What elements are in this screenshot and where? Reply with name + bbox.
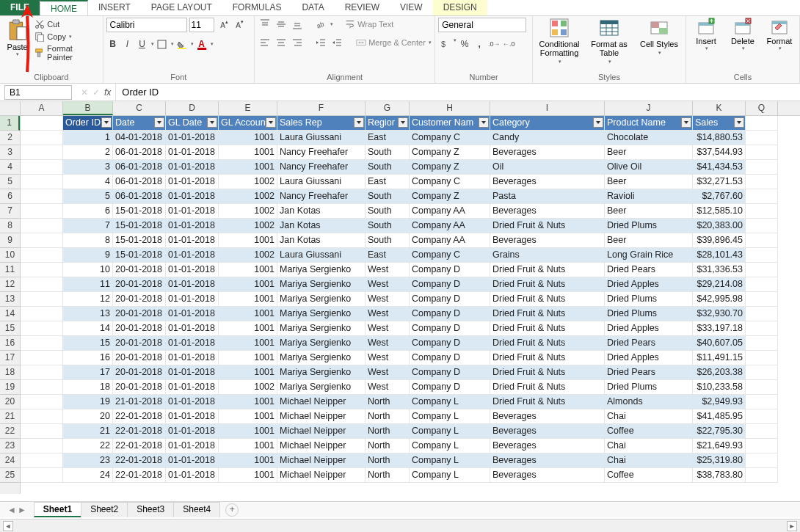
orientation-button[interactable]: ab bbox=[313, 18, 328, 31]
table-cell[interactable]: 9 bbox=[63, 248, 113, 263]
table-cell[interactable]: Dried Pears bbox=[605, 365, 693, 380]
table-cell[interactable]: East bbox=[366, 131, 410, 145]
row-header[interactable]: 18 bbox=[0, 365, 20, 380]
sheet-tab[interactable]: Sheet2 bbox=[81, 502, 128, 517]
cell[interactable] bbox=[746, 277, 778, 292]
cell[interactable] bbox=[21, 380, 63, 395]
table-cell[interactable]: 15-01-2018 bbox=[113, 248, 166, 263]
table-cell[interactable]: 1001 bbox=[219, 439, 277, 453]
wrap-text-button[interactable]: Wrap Text bbox=[345, 19, 393, 29]
cell[interactable] bbox=[21, 189, 63, 204]
table-cell[interactable]: 20-01-2018 bbox=[113, 365, 166, 380]
table-header-cell[interactable]: Date bbox=[113, 116, 166, 131]
table-cell[interactable]: Dried Fruit & Nuts bbox=[490, 395, 605, 409]
row-header[interactable]: 23 bbox=[0, 439, 20, 453]
table-cell[interactable]: $22,795.30 bbox=[693, 424, 746, 439]
table-cell[interactable]: Chai bbox=[605, 439, 693, 453]
formula-input[interactable] bbox=[116, 85, 800, 99]
table-cell[interactable]: 01-01-2018 bbox=[166, 277, 219, 292]
table-cell[interactable]: 1001 bbox=[219, 424, 277, 439]
table-cell[interactable]: Mariya Sergienko bbox=[277, 292, 366, 307]
table-cell[interactable]: Company C bbox=[410, 131, 490, 145]
cell[interactable] bbox=[746, 468, 778, 483]
table-cell[interactable]: 01-01-2018 bbox=[166, 248, 219, 263]
table-cell[interactable]: Olive Oil bbox=[605, 160, 693, 175]
table-cell[interactable]: Nancy Freehafer bbox=[277, 189, 366, 204]
table-cell[interactable]: Beverages bbox=[490, 409, 605, 424]
table-cell[interactable]: 15-01-2018 bbox=[113, 204, 166, 219]
table-cell[interactable]: West bbox=[366, 277, 410, 292]
cell[interactable] bbox=[21, 321, 63, 336]
sheet-nav-prev-icon[interactable]: ◄ bbox=[7, 505, 16, 515]
row-header[interactable]: 9 bbox=[0, 233, 20, 248]
table-cell[interactable]: 22-01-2018 bbox=[113, 468, 166, 483]
table-cell[interactable]: $33,197.18 bbox=[693, 321, 746, 336]
table-cell[interactable]: Ravioli bbox=[605, 189, 693, 204]
table-cell[interactable]: Company Z bbox=[410, 145, 490, 160]
table-cell[interactable]: Dried Fruit & Nuts bbox=[490, 219, 605, 233]
table-header-cell[interactable]: Category bbox=[490, 116, 605, 131]
filter-dropdown-button[interactable] bbox=[101, 117, 112, 128]
table-cell[interactable]: 20-01-2018 bbox=[113, 263, 166, 277]
cell[interactable] bbox=[21, 116, 63, 131]
table-cell[interactable]: 01-01-2018 bbox=[166, 468, 219, 483]
enter-formula-icon[interactable]: ✓ bbox=[92, 87, 100, 98]
row-header[interactable]: 10 bbox=[0, 248, 20, 263]
cell[interactable] bbox=[746, 219, 778, 233]
table-cell[interactable]: West bbox=[366, 292, 410, 307]
table-cell[interactable]: Company D bbox=[410, 365, 490, 380]
table-cell[interactable]: 1001 bbox=[219, 233, 277, 248]
table-cell[interactable]: Company C bbox=[410, 175, 490, 189]
table-header-cell[interactable]: GL Date bbox=[166, 116, 219, 131]
table-cell[interactable]: Mariya Sergienko bbox=[277, 321, 366, 336]
table-cell[interactable]: 15-01-2018 bbox=[113, 219, 166, 233]
table-cell[interactable]: West bbox=[366, 263, 410, 277]
table-cell[interactable]: Laura Giussani bbox=[277, 248, 366, 263]
table-cell[interactable]: 20-01-2018 bbox=[113, 307, 166, 321]
tab-data[interactable]: DATA bbox=[291, 0, 334, 15]
table-cell[interactable]: 21 bbox=[63, 424, 113, 439]
table-cell[interactable]: Mariya Sergienko bbox=[277, 365, 366, 380]
table-cell[interactable]: 22-01-2018 bbox=[113, 453, 166, 468]
table-cell[interactable]: Michael Neipper bbox=[277, 395, 366, 409]
column-header[interactable]: F bbox=[277, 101, 366, 115]
table-cell[interactable]: 1001 bbox=[219, 453, 277, 468]
cell[interactable] bbox=[746, 292, 778, 307]
table-header-cell[interactable]: GL Accoun bbox=[219, 116, 277, 131]
row-header[interactable]: 8 bbox=[0, 219, 20, 233]
decrease-font-button[interactable]: A▾ bbox=[232, 18, 245, 32]
row-header[interactable]: 12 bbox=[0, 277, 20, 292]
table-cell[interactable]: Beverages bbox=[490, 424, 605, 439]
cell[interactable] bbox=[21, 351, 63, 365]
table-cell[interactable]: 22 bbox=[63, 439, 113, 453]
table-cell[interactable]: South bbox=[366, 219, 410, 233]
cell[interactable] bbox=[746, 409, 778, 424]
sheet-tab[interactable]: Sheet3 bbox=[127, 502, 174, 517]
font-color-button[interactable]: A bbox=[195, 37, 208, 51]
cell[interactable] bbox=[746, 365, 778, 380]
filter-dropdown-button[interactable] bbox=[398, 117, 408, 128]
cell[interactable] bbox=[21, 424, 63, 439]
select-all-corner[interactable] bbox=[0, 101, 21, 115]
row-header[interactable]: 21 bbox=[0, 409, 20, 424]
table-cell[interactable]: West bbox=[366, 307, 410, 321]
table-cell[interactable]: Company D bbox=[410, 307, 490, 321]
filter-dropdown-button[interactable] bbox=[266, 117, 276, 128]
table-cell[interactable]: 20-01-2018 bbox=[113, 292, 166, 307]
table-cell[interactable]: 17 bbox=[63, 365, 113, 380]
sheet-tab[interactable]: Sheet1 bbox=[34, 502, 81, 517]
table-header-cell[interactable]: Customer Nam bbox=[410, 116, 490, 131]
cell[interactable] bbox=[21, 365, 63, 380]
table-cell[interactable]: 01-01-2018 bbox=[166, 233, 219, 248]
table-cell[interactable]: Michael Neipper bbox=[277, 424, 366, 439]
cell[interactable] bbox=[21, 204, 63, 219]
table-cell[interactable]: 20-01-2018 bbox=[113, 351, 166, 365]
table-cell[interactable]: $25,319.80 bbox=[693, 453, 746, 468]
filter-dropdown-button[interactable] bbox=[681, 117, 691, 128]
cell[interactable] bbox=[746, 336, 778, 351]
table-cell[interactable]: West bbox=[366, 321, 410, 336]
table-cell[interactable]: 01-01-2018 bbox=[166, 131, 219, 145]
table-cell[interactable]: 13 bbox=[63, 307, 113, 321]
table-cell[interactable]: 18 bbox=[63, 380, 113, 395]
table-cell[interactable]: 4 bbox=[63, 175, 113, 189]
